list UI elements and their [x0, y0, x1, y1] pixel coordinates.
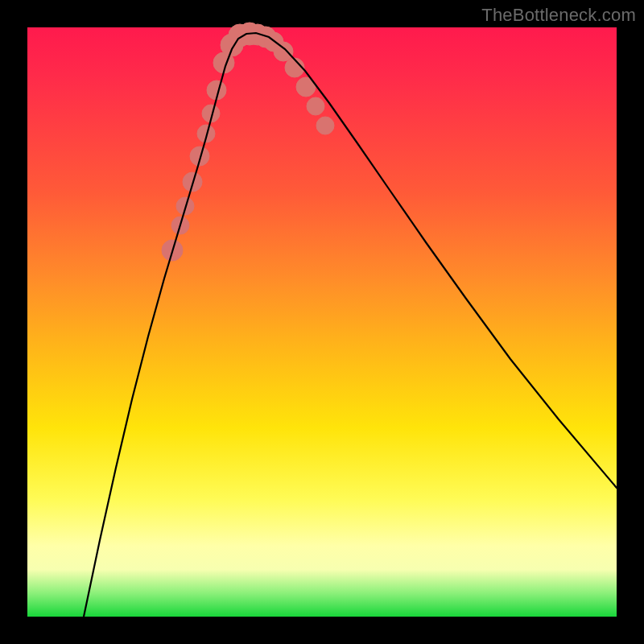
highlight-dot	[316, 117, 334, 134]
plot-area	[27, 27, 617, 617]
main-curve	[84, 33, 617, 617]
dots-layer	[162, 23, 334, 261]
chart-svg	[27, 27, 617, 617]
highlight-dot	[274, 42, 293, 61]
highlight-dot	[307, 97, 324, 115]
outer-frame: TheBottleneck.com	[0, 0, 644, 644]
watermark-text: TheBottleneck.com	[481, 5, 636, 26]
